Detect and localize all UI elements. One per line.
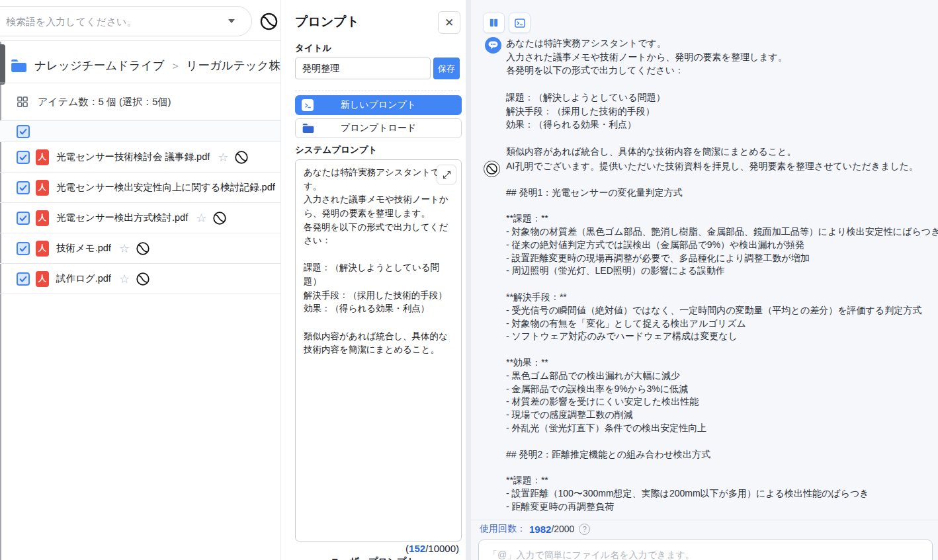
item-count-text: アイテム数：5 個 (選択：5個)	[38, 96, 171, 108]
select-all-checkbox[interactable]	[17, 125, 30, 138]
save-button[interactable]: 保存	[433, 58, 460, 79]
file-name[interactable]: 光電センサー検出方式検討.pdf	[56, 212, 188, 224]
usage-value: 1982	[529, 524, 551, 535]
file-row[interactable]: 人 光電センサー検出方式検討.pdf ☆	[0, 203, 280, 233]
char-count-value: 152	[409, 543, 425, 554]
search-box	[0, 6, 252, 36]
usage-total: /2000	[551, 524, 574, 534]
file-row[interactable]: 人 試作ログ.pdf ☆	[0, 264, 280, 294]
pdf-icon: 人	[36, 271, 49, 287]
sync-status-icon[interactable]	[212, 211, 227, 225]
system-prompt-textarea[interactable]: あなたは特許実務アシスタントです。 入力された議事メモや技術ノートから、発明の要…	[295, 159, 462, 541]
breadcrumb: ナレッジチームドライブ > リーガルテック株	[11, 54, 280, 77]
divider	[0, 40, 280, 41]
terminal-icon	[514, 17, 526, 29]
check-icon	[19, 153, 28, 162]
panel-divider	[466, 0, 471, 560]
sync-status-icon[interactable]	[234, 150, 249, 165]
app: ナレッジチームドライブ > リーガルテック株 アイテム数：5 個 (選択：5個)…	[0, 0, 938, 560]
usage-label: 使用回数：	[480, 523, 526, 535]
ai-message: AI孔明でございます。提供いただいた技術資料を拝見し、発明要素を整理させていただ…	[506, 160, 938, 514]
star-icon[interactable]: ☆	[218, 151, 228, 163]
file-row[interactable]: 人 技術メモ.pdf ☆	[0, 233, 280, 264]
file-list: 人 光電センサー技術検討会 議事録.pdf ☆ 人 光電センサー検出安定性向上に…	[0, 142, 280, 294]
file-checkbox[interactable]	[17, 151, 30, 164]
breadcrumb-separator: >	[173, 60, 179, 71]
terminal-icon	[302, 99, 314, 111]
file-checkbox[interactable]	[17, 181, 30, 194]
sync-status-icon[interactable]	[136, 272, 150, 286]
system-prompt-label: システムプロンプト	[295, 144, 377, 156]
search-dropdown-caret-icon[interactable]	[228, 19, 235, 23]
expand-icon	[442, 170, 452, 180]
check-icon	[19, 244, 28, 253]
prompt-panel: プロンプト ✕ タイトル 保存 新しいプロンプト プロンプトロード システムプロ…	[280, 0, 466, 560]
folder-icon	[11, 59, 27, 73]
file-name[interactable]: 技術メモ.pdf	[56, 242, 111, 255]
pdf-icon: 人	[36, 210, 49, 226]
divider	[0, 83, 280, 83]
star-icon[interactable]: ☆	[196, 212, 206, 224]
chat-input-box	[478, 540, 933, 560]
check-icon	[19, 183, 28, 192]
sync-status-icon[interactable]	[136, 241, 150, 256]
star-icon[interactable]: ☆	[119, 243, 130, 255]
search-input[interactable]	[0, 15, 228, 28]
left-scrollbar-track[interactable]	[0, 42, 1, 560]
title-label: タイトル	[295, 42, 331, 54]
divider	[471, 520, 938, 520]
new-prompt-button[interactable]: 新しいプロンプト	[295, 95, 462, 115]
close-button[interactable]: ✕	[438, 11, 460, 34]
ai-logo-icon	[486, 163, 498, 175]
item-count-row: アイテム数：5 個 (選択：5個)	[16, 92, 171, 112]
pdf-icon: 人	[36, 241, 49, 257]
folder-icon	[302, 123, 314, 134]
pdf-icon: 人	[36, 180, 49, 196]
chat-panel: あなたは特許実務アシスタントです。 入力された議事メモや技術ノートから、発明の要…	[471, 0, 938, 560]
dashed-divider	[295, 91, 460, 91]
grid-view-icon[interactable]	[16, 95, 29, 108]
chat-toolbar	[483, 13, 531, 33]
file-checkbox[interactable]	[17, 272, 30, 286]
file-checkbox[interactable]	[17, 242, 30, 255]
prompt-window-button[interactable]	[509, 13, 531, 33]
load-prompt-label: プロンプトロード	[341, 122, 416, 134]
left-scrollbar-thumb[interactable]	[0, 44, 5, 85]
chat-input[interactable]	[479, 549, 932, 560]
pdf-icon: 人	[36, 149, 49, 165]
prompt-title-input[interactable]	[295, 58, 431, 79]
char-counter: (152/10000)	[405, 543, 459, 554]
expand-button[interactable]	[437, 165, 456, 184]
file-name[interactable]: 試作ログ.pdf	[56, 272, 111, 285]
breadcrumb-root[interactable]: ナレッジチームドライブ	[34, 58, 165, 73]
load-prompt-button[interactable]: プロンプトロード	[295, 118, 462, 138]
file-row[interactable]: 人 光電センサー技術検討会 議事録.pdf ☆	[0, 142, 280, 173]
help-icon[interactable]: ?	[579, 524, 590, 535]
file-checkbox[interactable]	[17, 212, 30, 225]
check-icon	[19, 274, 28, 284]
user-message: あなたは特許実務アシスタントです。 入力された議事メモや技術ノートから、発明の要…	[506, 36, 796, 159]
ai-avatar	[484, 161, 500, 177]
columns-icon	[488, 17, 499, 28]
chat-bubble-icon	[486, 38, 500, 52]
usage-counter: 使用回数：1982/2000 ?	[480, 523, 590, 535]
file-row[interactable]: 人 光電センサー検出安定性向上に関する検討記録.pdf ☆	[0, 173, 280, 203]
breadcrumb-current[interactable]: リーガルテック株	[187, 58, 280, 73]
file-name[interactable]: 光電センサー検出安定性向上に関する検討記録.pdf	[56, 181, 275, 194]
star-icon[interactable]: ☆	[119, 273, 130, 285]
user-prompt-label: ユーザープロンプト	[331, 556, 415, 560]
check-icon	[19, 214, 28, 223]
prompt-panel-title: プロンプト	[295, 13, 359, 30]
select-all-row	[0, 120, 280, 142]
file-browser-panel: ナレッジチームドライブ > リーガルテック株 アイテム数：5 個 (選択：5個)…	[0, 0, 280, 560]
close-icon: ✕	[445, 16, 454, 30]
user-avatar	[485, 37, 501, 54]
check-icon	[19, 127, 28, 136]
split-view-button[interactable]	[483, 13, 505, 33]
sync-icon[interactable]	[259, 12, 278, 31]
file-name[interactable]: 光電センサー技術検討会 議事録.pdf	[56, 151, 210, 163]
new-prompt-label: 新しいプロンプト	[341, 99, 416, 111]
